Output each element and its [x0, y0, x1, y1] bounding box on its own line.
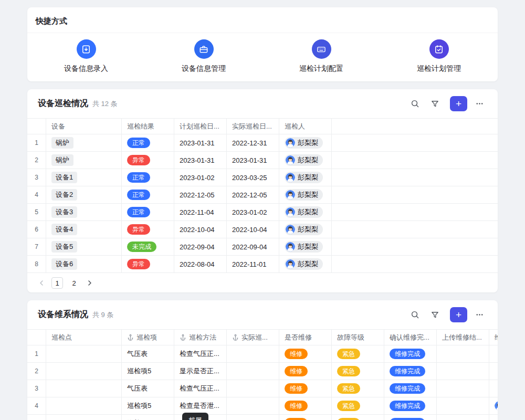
cell-实际巡...[interactable] — [227, 380, 279, 397]
cell-实际巡检日...[interactable]: 2022-09-04 — [227, 238, 279, 255]
column-header[interactable]: 巡检结果 — [122, 119, 174, 134]
column-header[interactable]: 上传维修结... — [437, 330, 489, 345]
cell-巡检方法[interactable]: 检查气压正... — [174, 345, 227, 362]
cell-巡检项[interactable]: 巡检项5 — [122, 415, 174, 420]
cell-巡检结果[interactable]: 异常 — [122, 256, 174, 272]
shortcut-device-manage[interactable]: 设备信息管理 — [145, 39, 262, 74]
cell-计划巡检日...[interactable]: 2023-01-02 — [174, 169, 227, 186]
cell-巡检点[interactable] — [46, 415, 122, 420]
cell-实际巡检日...[interactable]: 2022-11-01 — [227, 256, 279, 272]
cell-确认维修完...[interactable]: 维修完成 — [384, 363, 437, 380]
cell-巡检人[interactable]: 彭梨梨 — [279, 152, 332, 169]
column-header[interactable]: 巡检方法 — [174, 330, 227, 345]
add-record-button[interactable]: + — [450, 307, 467, 322]
cell-确认维修完...[interactable]: 维修完成 — [384, 345, 437, 362]
cell-巡检人[interactable]: 彭梨梨 — [279, 186, 332, 203]
cell-设备[interactable]: 设备3 — [46, 204, 122, 220]
cell-计划巡检日...[interactable]: 2022-09-04 — [174, 238, 227, 255]
cell-上传维修结...[interactable] — [437, 345, 489, 362]
cell-巡检人[interactable]: 彭梨梨 — [279, 134, 332, 151]
shortcut-device-entry[interactable]: 设备信息录入 — [27, 39, 145, 74]
cell-确认维修完...[interactable]: 维修完成 — [384, 415, 437, 420]
cell-计划巡检日...[interactable]: 2022-11-04 — [174, 204, 227, 220]
cell-巡检项[interactable]: 巡检项5 — [122, 397, 174, 414]
cell-确认维修完...[interactable]: 维修完成 — [384, 380, 437, 397]
cell-设备[interactable]: 设备5 — [46, 238, 122, 255]
filter-icon[interactable] — [427, 307, 443, 323]
cell-filler[interactable] — [332, 134, 498, 151]
cell-巡检人[interactable]: 彭梨梨 — [279, 204, 332, 220]
column-header[interactable]: 巡检点 — [46, 330, 122, 345]
page-prev-icon[interactable] — [37, 278, 46, 288]
more-icon[interactable] — [471, 307, 487, 323]
cell-巡检人[interactable]: 彭梨梨 — [279, 221, 332, 238]
cell-维[interactable] — [489, 363, 498, 380]
cell-filler[interactable] — [332, 204, 498, 220]
cell-实际巡...[interactable] — [227, 397, 279, 414]
cell-故障等级[interactable]: 紧急 — [332, 415, 384, 420]
column-header[interactable]: 是否维修 — [279, 330, 332, 345]
cell-设备[interactable]: 设备6 — [46, 256, 122, 272]
cell-设备[interactable]: 锅炉 — [46, 134, 122, 151]
add-record-button[interactable]: + — [450, 96, 467, 111]
cell-巡检结果[interactable]: 未完成 — [122, 238, 174, 255]
cell-实际巡检日...[interactable]: 2022-12-05 — [227, 186, 279, 203]
cell-是否维修[interactable]: 维修 — [279, 345, 332, 362]
cell-计划巡检日...[interactable]: 2023-01-31 — [174, 152, 227, 169]
column-header[interactable]: 计划巡检日... — [174, 119, 227, 134]
cell-故障等级[interactable]: 紧急 — [332, 380, 384, 397]
cell-巡检方法[interactable]: 检查气压正... — [174, 380, 227, 397]
cell-维[interactable] — [489, 415, 498, 420]
cell-实际巡...[interactable] — [227, 345, 279, 362]
cell-是否维修[interactable]: 维修 — [279, 415, 332, 420]
column-header[interactable]: 巡检人 — [279, 119, 332, 134]
cell-计划巡检日...[interactable]: 2022-10-04 — [174, 221, 227, 238]
cell-设备[interactable]: 设备4 — [46, 221, 122, 238]
cell-巡检方法[interactable]: 显示是否正... — [174, 363, 227, 380]
column-header[interactable]: 故障等级 — [332, 330, 384, 345]
cell-计划巡检日...[interactable]: 2022-08-04 — [174, 256, 227, 272]
cell-是否维修[interactable]: 维修 — [279, 397, 332, 414]
cell-巡检方法[interactable]: 检查是否泄... — [174, 397, 227, 414]
cell-巡检结果[interactable]: 正常 — [122, 134, 174, 151]
column-header[interactable]: 确认维修完... — [384, 330, 437, 345]
cell-巡检结果[interactable]: 正常 — [122, 204, 174, 220]
page-button-2[interactable]: 2 — [68, 277, 80, 289]
cell-巡检点[interactable] — [46, 345, 122, 362]
cell-故障等级[interactable]: 紧急 — [332, 363, 384, 380]
cell-设备[interactable]: 锅炉 — [46, 152, 122, 169]
cell-filler[interactable] — [332, 238, 498, 255]
cell-上传维修结...[interactable] — [437, 397, 489, 414]
cell-实际巡检日...[interactable]: 2023-01-02 — [227, 204, 279, 220]
cell-上传维修结...[interactable] — [437, 363, 489, 380]
shortcut-plan-manage[interactable]: 巡检计划管理 — [380, 39, 498, 74]
cell-实际巡检日...[interactable]: 2023-01-31 — [227, 152, 279, 169]
cell-计划巡检日...[interactable]: 2022-12-05 — [174, 186, 227, 203]
cell-实际巡...[interactable] — [227, 363, 279, 380]
cell-巡检点[interactable] — [46, 363, 122, 380]
search-icon[interactable] — [407, 96, 423, 112]
cell-故障等级[interactable]: 紧急 — [332, 397, 384, 414]
cell-巡检项[interactable]: 巡检项5 — [122, 363, 174, 380]
page-button-1[interactable]: 1 — [51, 277, 63, 289]
column-header[interactable]: 实际巡... — [227, 330, 279, 345]
page-next-icon[interactable] — [85, 278, 94, 288]
column-header[interactable]: 维 — [489, 330, 498, 345]
cell-维[interactable] — [489, 397, 498, 414]
cell-设备[interactable]: 设备2 — [46, 186, 122, 203]
cell-巡检人[interactable]: 彭梨梨 — [279, 238, 332, 255]
cell-filler[interactable] — [332, 186, 498, 203]
cell-filler[interactable] — [332, 152, 498, 169]
cell-巡检项[interactable]: 气压表 — [122, 380, 174, 397]
cell-巡检点[interactable] — [46, 380, 122, 397]
search-icon[interactable] — [407, 307, 423, 323]
cell-filler[interactable] — [332, 256, 498, 272]
cell-巡检项[interactable]: 气压表 — [122, 345, 174, 362]
cell-上传维修结...[interactable] — [437, 380, 489, 397]
cell-计划巡检日...[interactable]: 2023-01-31 — [174, 134, 227, 151]
cell-是否维修[interactable]: 维修 — [279, 380, 332, 397]
cell-确认维修完...[interactable]: 维修完成 — [384, 397, 437, 414]
cell-巡检点[interactable] — [46, 397, 122, 414]
cell-实际巡检日...[interactable]: 2023-03-25 — [227, 169, 279, 186]
column-header[interactable]: 巡检项 — [122, 330, 174, 345]
